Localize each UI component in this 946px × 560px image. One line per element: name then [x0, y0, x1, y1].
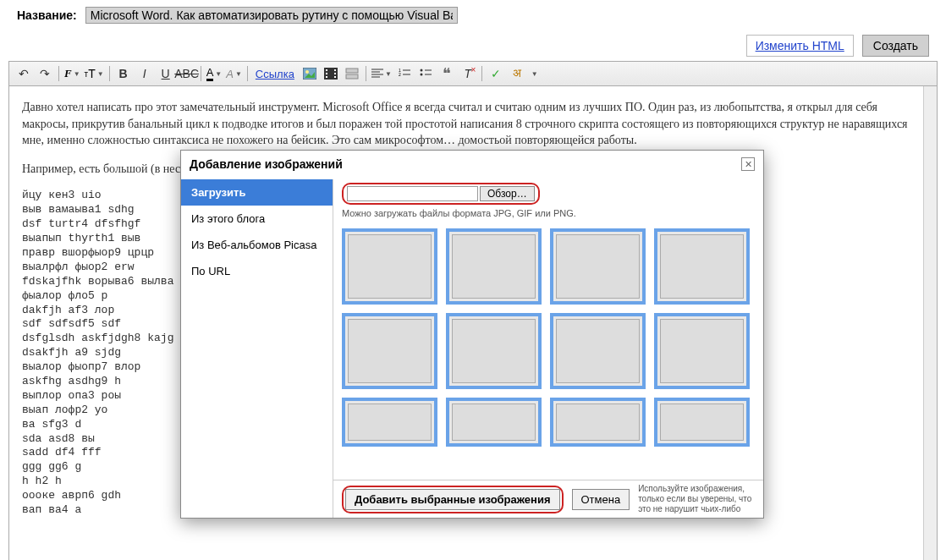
add-button-highlight: Добавить выбранные изображения: [342, 486, 564, 513]
sidebar-item-picasa[interactable]: Из Веб-альбомов Picasa: [181, 232, 333, 258]
separator: [201, 66, 201, 81]
separator: [109, 66, 110, 81]
redo-icon[interactable]: ↷: [35, 64, 55, 83]
svg-rect-8: [334, 76, 336, 78]
sidebar-item-url[interactable]: По URL: [181, 258, 333, 284]
title-input[interactable]: [85, 7, 458, 24]
italic-icon[interactable]: I: [135, 64, 155, 83]
thumbnail[interactable]: [342, 313, 437, 389]
sidebar-item-upload[interactable]: Загрузить: [181, 179, 333, 206]
svg-rect-7: [334, 73, 336, 74]
text-color-dropdown[interactable]: A▼: [205, 64, 224, 83]
thumbnail[interactable]: [342, 398, 437, 447]
svg-rect-10: [346, 74, 358, 79]
file-path-input[interactable]: [347, 186, 478, 201]
font-family-dropdown[interactable]: F▼: [63, 64, 82, 83]
svg-rect-9: [346, 69, 358, 73]
align-dropdown[interactable]: ▼: [370, 64, 393, 83]
cancel-button[interactable]: Отмена: [572, 489, 630, 510]
file-input-highlight: Обзор…: [342, 183, 540, 205]
svg-point-1: [305, 70, 309, 74]
more-dropdown[interactable]: ▼: [528, 64, 540, 83]
unordered-list-icon[interactable]: [415, 64, 436, 83]
thumbnail[interactable]: [654, 313, 750, 389]
thumbnails-grid: [333, 225, 763, 480]
undo-icon[interactable]: ↶: [14, 64, 34, 83]
toolbar: ↶ ↷ F▼ тT▼ B I U ABC A▼ A▼ Ссылка ▼ 12 ❝…: [8, 61, 938, 85]
add-selected-button[interactable]: Добавить выбранные изображения: [345, 489, 560, 510]
spellcheck-icon[interactable]: ✓: [486, 64, 506, 83]
font-size-dropdown[interactable]: тT▼: [83, 64, 106, 83]
footer-hint: Используйте изображения, только если вы …: [638, 484, 755, 514]
translate-icon[interactable]: अ: [507, 64, 527, 83]
bold-icon[interactable]: B: [113, 64, 134, 83]
modal-sidebar: Загрузить Из этого блога Из Веб-альбомов…: [181, 179, 333, 518]
upload-hint: Можно загружать файлы формата JPG, GIF и…: [333, 206, 763, 225]
create-button[interactable]: Создать: [862, 35, 929, 57]
browse-button[interactable]: Обзор…: [480, 186, 535, 201]
title-label: Название:: [17, 8, 77, 22]
strikethrough-icon[interactable]: ABC: [177, 64, 197, 83]
scrollbar[interactable]: [923, 86, 937, 560]
svg-point-20: [420, 74, 422, 76]
ordered-list-icon[interactable]: 12: [394, 64, 415, 83]
separator: [366, 66, 366, 81]
thumbnail[interactable]: [342, 228, 437, 305]
separator: [247, 66, 248, 81]
separator: [481, 66, 482, 81]
svg-rect-5: [326, 76, 327, 78]
highlight-dropdown[interactable]: A▼: [224, 64, 244, 83]
upload-modal: Добавление изображений ✕ Загрузить Из эт…: [180, 150, 764, 519]
thumbnail[interactable]: [654, 398, 750, 447]
close-icon[interactable]: ✕: [741, 157, 755, 171]
link-button[interactable]: Ссылка: [251, 64, 299, 83]
break-icon[interactable]: [342, 64, 362, 83]
svg-text:2: 2: [399, 72, 401, 77]
sidebar-item-blog[interactable]: Из этого блога: [181, 206, 333, 232]
paragraph: Давно хотел написать про этот замечатель…: [22, 99, 924, 149]
quote-icon[interactable]: ❝: [437, 64, 457, 83]
remove-format-icon[interactable]: T×: [458, 64, 478, 83]
modal-title: Добавление изображений: [190, 157, 343, 171]
thumbnail[interactable]: [446, 228, 542, 305]
svg-rect-4: [326, 73, 327, 74]
edit-html-button[interactable]: Изменить HTML: [746, 35, 854, 57]
image-icon[interactable]: [300, 64, 320, 83]
video-icon[interactable]: [321, 64, 341, 83]
thumbnail[interactable]: [550, 313, 646, 389]
thumbnail[interactable]: [654, 228, 750, 305]
thumbnail[interactable]: [550, 398, 646, 447]
thumbnail[interactable]: [446, 398, 542, 447]
separator: [58, 66, 59, 81]
thumbnail[interactable]: [446, 313, 542, 389]
svg-rect-6: [334, 69, 336, 71]
svg-point-19: [420, 69, 422, 72]
svg-rect-3: [326, 69, 327, 71]
underline-icon[interactable]: U: [156, 64, 176, 83]
thumbnail[interactable]: [550, 228, 646, 305]
